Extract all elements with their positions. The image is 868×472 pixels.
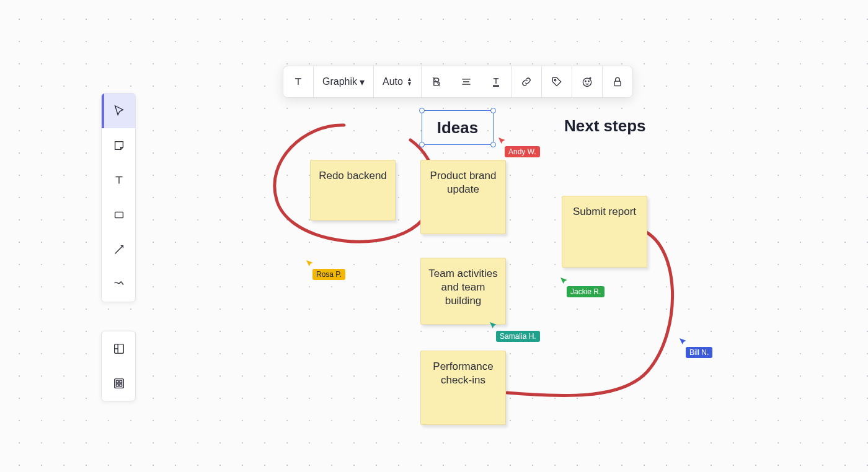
sticky-redo-backend[interactable]: Redo backend — [310, 160, 396, 221]
text-tool[interactable] — [102, 163, 136, 198]
svg-rect-0 — [115, 212, 123, 217]
sticky-text: Redo backend — [319, 170, 387, 181]
sections-tool[interactable] — [102, 331, 136, 366]
text-style-button[interactable] — [283, 66, 313, 97]
cursor-label: Rosa P. — [312, 269, 345, 280]
cursor-label: Jackie R. — [567, 286, 604, 297]
cursor-label: Andy W. — [505, 146, 540, 157]
resize-handle-icon[interactable] — [419, 108, 425, 113]
svg-rect-11 — [614, 81, 621, 86]
resize-handle-icon[interactable] — [490, 142, 496, 147]
cursor-andy: Andy W. — [497, 136, 507, 149]
emoji-button[interactable] — [572, 66, 602, 97]
svg-point-9 — [585, 81, 586, 82]
cursor-samalia: Samalia H. — [489, 321, 498, 333]
tools-panel — [101, 93, 136, 302]
sticky-submit-report[interactable]: Submit report — [562, 196, 647, 268]
font-select[interactable]: Graphik▾ — [314, 66, 373, 97]
sticky-team-activities[interactable]: Team activities and team building — [420, 258, 506, 325]
sticky-brand-update[interactable]: Product brand update — [420, 160, 506, 234]
sticky-text: Team activities and team building — [428, 268, 497, 307]
sticky-performance-checkins[interactable]: Performance check-ins — [420, 351, 506, 425]
svg-rect-5 — [116, 384, 118, 387]
cursor-rosa: Rosa P. — [305, 259, 315, 271]
format-bar: Graphik▾ Auto ▲▼ — [283, 66, 633, 98]
sticky-note-tool[interactable] — [102, 128, 136, 163]
svg-point-7 — [554, 79, 556, 81]
cursor-bill: Bill N. — [678, 337, 688, 349]
svg-rect-4 — [120, 380, 122, 383]
font-name-label: Graphik — [322, 76, 357, 87]
scribble-tool[interactable] — [102, 267, 136, 302]
ideas-heading: Ideas — [437, 118, 479, 138]
sticky-text: Submit report — [573, 206, 636, 217]
sticky-text: Product brand update — [430, 170, 497, 195]
link-button[interactable] — [512, 66, 541, 97]
align-button[interactable] — [451, 66, 481, 97]
sticky-text: Performance check-ins — [433, 361, 493, 386]
cursor-label: Bill N. — [686, 347, 712, 358]
svg-rect-3 — [116, 380, 118, 383]
cursor-label: Samalia H. — [496, 331, 540, 342]
svg-point-10 — [588, 81, 589, 82]
line-tool[interactable] — [102, 232, 136, 267]
resize-handle-icon[interactable] — [419, 142, 425, 147]
text-color-button[interactable] — [481, 66, 511, 97]
svg-rect-6 — [120, 384, 122, 387]
cursor-jackie: Jackie R. — [559, 276, 569, 289]
svg-point-8 — [583, 78, 591, 86]
selected-text-box[interactable]: Ideas — [422, 110, 494, 145]
shape-tool[interactable] — [102, 198, 136, 232]
layout-panel — [101, 331, 136, 401]
next-steps-heading: Next steps — [564, 116, 646, 136]
font-size-label: Auto — [383, 76, 403, 87]
resize-handle-icon[interactable] — [490, 108, 496, 113]
tag-button[interactable] — [542, 66, 572, 97]
grid-tool[interactable] — [102, 366, 136, 401]
lock-button[interactable] — [603, 66, 632, 97]
font-size-select[interactable]: Auto ▲▼ — [374, 66, 421, 97]
select-tool[interactable] — [102, 94, 136, 128]
bold-button[interactable] — [422, 66, 451, 97]
